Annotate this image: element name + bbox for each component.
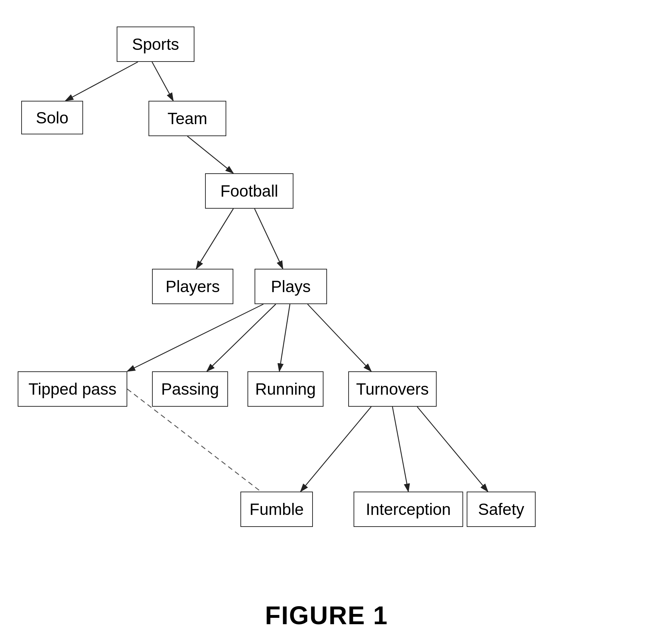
svg-line-6 — [255, 209, 283, 269]
interception-node: Interception — [354, 492, 463, 527]
solo-node: Solo — [21, 101, 83, 134]
turnovers-node: Turnovers — [348, 371, 437, 407]
football-node: Football — [205, 173, 293, 209]
plays-node: Plays — [255, 269, 327, 304]
figure-label: FIGURE 1 — [0, 601, 653, 630]
sports-node: Sports — [117, 27, 194, 62]
team-node: Team — [148, 101, 226, 136]
svg-line-9 — [279, 304, 290, 371]
svg-line-3 — [152, 62, 173, 101]
svg-line-10 — [308, 304, 371, 371]
svg-line-7 — [127, 304, 263, 371]
tipped-pass-node: Tipped pass — [18, 371, 127, 407]
svg-line-5 — [196, 209, 233, 269]
svg-line-13 — [417, 407, 488, 492]
diagram: Sports Solo Team Football Players Plays … — [0, 0, 653, 584]
safety-node: Safety — [467, 492, 536, 527]
running-node: Running — [247, 371, 323, 407]
svg-line-8 — [207, 304, 276, 371]
svg-line-4 — [187, 136, 233, 173]
svg-line-12 — [392, 407, 408, 492]
players-node: Players — [152, 269, 233, 304]
passing-node: Passing — [152, 371, 228, 407]
svg-line-11 — [301, 407, 371, 492]
fumble-node: Fumble — [240, 492, 313, 527]
svg-line-2 — [65, 62, 138, 101]
